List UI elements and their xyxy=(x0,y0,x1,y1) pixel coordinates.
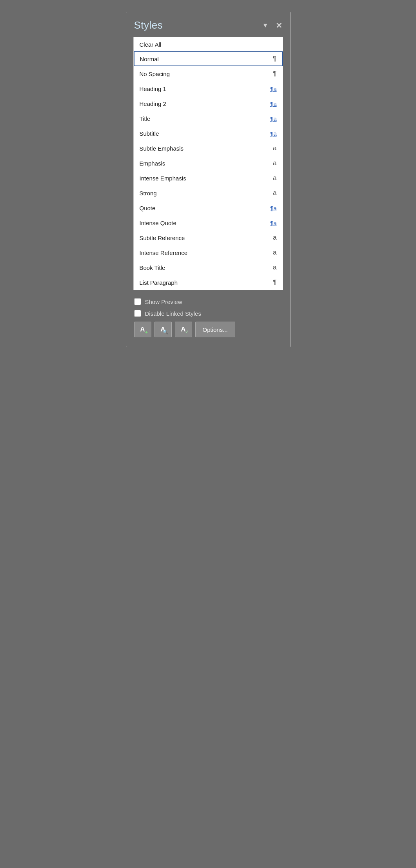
disable-linked-label: Disable Linked Styles xyxy=(145,310,201,317)
show-preview-row: Show Preview xyxy=(134,298,282,305)
style-name-emphasis: Emphasis xyxy=(140,160,165,167)
styles-list: Clear All Normal¶No Spacing¶Heading 1¶aH… xyxy=(133,37,283,290)
style-name-list-paragraph: List Paragraph xyxy=(140,279,178,286)
bottom-buttons: A+ A🔍 A✓ Options... xyxy=(134,322,282,337)
style-name-heading-2: Heading 2 xyxy=(140,100,166,107)
close-button[interactable]: ✕ xyxy=(276,21,282,30)
style-name-intense-quote: Intense Quote xyxy=(140,220,176,226)
style-icon-subtitle: ¶a xyxy=(267,130,277,137)
style-name-subtle-emphasis: Subtle Emphasis xyxy=(140,145,184,152)
style-icon-book-title: a xyxy=(267,264,277,271)
disable-linked-checkbox[interactable] xyxy=(134,310,141,317)
panel-title: Styles xyxy=(134,19,163,31)
new-style-button[interactable]: A+ xyxy=(134,322,151,337)
disable-linked-row: Disable Linked Styles xyxy=(134,310,282,317)
dropdown-arrow-icon[interactable]: ▼ xyxy=(262,22,269,29)
style-item-book-title[interactable]: Book Titlea xyxy=(134,260,283,275)
style-item-intense-quote[interactable]: Intense Quote¶a xyxy=(134,215,283,230)
style-item-strong[interactable]: Stronga xyxy=(134,186,283,200)
style-item-normal[interactable]: Normal¶ xyxy=(134,51,283,66)
style-icon-quote: ¶a xyxy=(267,205,277,211)
style-icon-no-spacing: ¶ xyxy=(267,70,277,78)
new-style-icon: A+ xyxy=(140,326,145,333)
show-preview-label: Show Preview xyxy=(145,298,182,305)
style-icon-emphasis: a xyxy=(267,159,277,167)
style-name-subtitle: Subtitle xyxy=(140,130,159,137)
header-controls: ▼ ✕ xyxy=(262,21,282,30)
panel-header: Styles ▼ ✕ xyxy=(133,19,283,31)
style-name-intense-reference: Intense Reference xyxy=(140,249,188,256)
show-preview-checkbox[interactable] xyxy=(134,298,141,305)
style-item-subtle-reference[interactable]: Subtle Referencea xyxy=(134,230,283,245)
options-button[interactable]: Options... xyxy=(195,322,235,337)
clear-all-label: Clear All xyxy=(140,41,162,48)
footer-section: Show Preview Disable Linked Styles A+ A🔍… xyxy=(133,296,283,340)
styles-panel: Styles ▼ ✕ Clear All Normal¶No Spacing¶H… xyxy=(126,12,291,347)
style-inspector-button[interactable]: A🔍 xyxy=(154,322,172,337)
style-item-intense-emphasis[interactable]: Intense Emphasisa xyxy=(134,171,283,186)
style-inspector-icon: A🔍 xyxy=(160,326,165,333)
style-icon-heading-2: ¶a xyxy=(267,100,277,107)
manage-styles-button[interactable]: A✓ xyxy=(175,322,192,337)
style-name-no-spacing: No Spacing xyxy=(140,71,170,77)
clear-all-item[interactable]: Clear All xyxy=(134,37,283,51)
style-icon-intense-quote: ¶a xyxy=(267,220,277,226)
style-item-heading-2[interactable]: Heading 2¶a xyxy=(134,96,283,111)
style-item-subtle-emphasis[interactable]: Subtle Emphasisa xyxy=(134,141,283,156)
style-name-quote: Quote xyxy=(140,205,156,211)
style-name-book-title: Book Title xyxy=(140,264,165,271)
style-name-strong: Strong xyxy=(140,190,157,197)
style-item-no-spacing[interactable]: No Spacing¶ xyxy=(134,66,283,81)
style-icon-subtle-emphasis: a xyxy=(267,144,277,152)
style-icon-title: ¶a xyxy=(267,115,277,122)
style-item-list-paragraph[interactable]: List Paragraph¶ xyxy=(134,275,283,290)
style-name-title: Title xyxy=(140,115,151,122)
style-icon-subtle-reference: a xyxy=(267,234,277,242)
style-name-normal: Normal xyxy=(140,56,159,62)
style-item-heading-1[interactable]: Heading 1¶a xyxy=(134,81,283,96)
style-icon-list-paragraph: ¶ xyxy=(267,278,277,286)
manage-styles-icon: A✓ xyxy=(181,326,185,333)
style-item-title[interactable]: Title¶a xyxy=(134,111,283,126)
style-icon-strong: a xyxy=(267,189,277,197)
style-icon-intense-emphasis: a xyxy=(267,174,277,182)
style-item-emphasis[interactable]: Emphasisa xyxy=(134,156,283,171)
style-icon-normal: ¶ xyxy=(267,55,276,63)
style-icon-intense-reference: a xyxy=(267,249,277,257)
style-item-quote[interactable]: Quote¶a xyxy=(134,200,283,215)
style-name-heading-1: Heading 1 xyxy=(140,86,166,92)
style-item-subtitle[interactable]: Subtitle¶a xyxy=(134,126,283,141)
style-name-intense-emphasis: Intense Emphasis xyxy=(140,175,186,182)
style-item-intense-reference[interactable]: Intense Referencea xyxy=(134,245,283,260)
style-icon-heading-1: ¶a xyxy=(267,86,277,92)
style-name-subtle-reference: Subtle Reference xyxy=(140,235,185,241)
